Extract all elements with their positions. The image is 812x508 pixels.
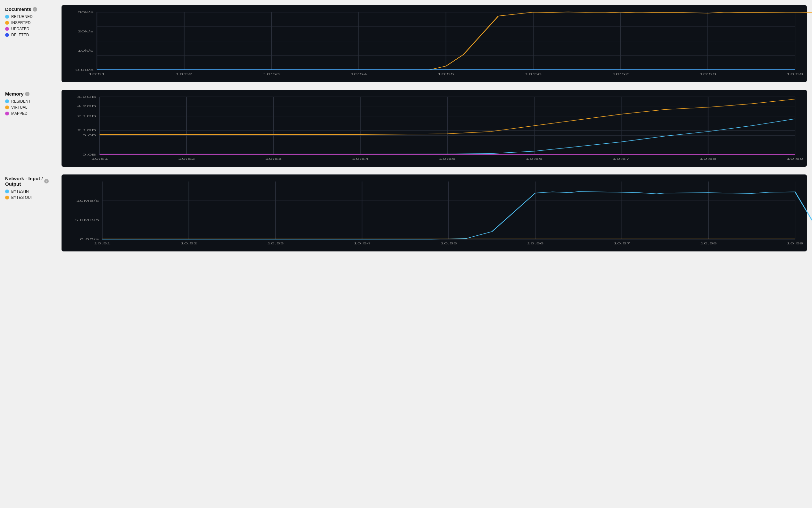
svg-text:10:53: 10:53: [263, 72, 280, 76]
dashboard: DocumentsiRETURNEDINSERTEDUPDATEDDELETED…: [5, 5, 807, 251]
svg-text:10:57: 10:57: [613, 157, 629, 160]
legend-label: RESIDENT: [11, 99, 31, 103]
svg-text:10:57: 10:57: [612, 72, 629, 76]
chart-inner: 30k/s20k/s10k/s0.00/s10:5110:5210:5310:5…: [65, 9, 802, 79]
section-memory: MemoryiRESIDENTVIRTUALMAPPED4.2GB2.1GB0.…: [5, 90, 807, 167]
svg-text:10:59: 10:59: [787, 72, 803, 76]
info-icon[interactable]: i: [44, 179, 49, 183]
svg-text:10:58: 10:58: [700, 72, 716, 76]
svg-text:10:56: 10:56: [525, 72, 541, 76]
svg-text:10:59: 10:59: [787, 242, 803, 245]
chart-svg: 4.2GB2.1GB0.0B4.2GB2.1GB0.0B10:5110:5210…: [65, 94, 802, 164]
legend-label: BYTES OUT: [11, 195, 33, 200]
chart-svg: 10MB/s5.0MB/s0.0B/s10:5110:5210:5310:541…: [65, 178, 802, 248]
svg-text:2.1GB: 2.1GB: [77, 128, 96, 132]
svg-text:10:51: 10:51: [88, 72, 105, 76]
svg-text:10:51: 10:51: [94, 242, 110, 245]
chart-svg: 30k/s20k/s10k/s0.00/s10:5110:5210:5310:5…: [65, 9, 802, 79]
info-icon[interactable]: i: [25, 92, 30, 96]
legend-dot: [5, 189, 9, 194]
chart-inner: 10MB/s5.0MB/s0.0B/s10:5110:5210:5310:541…: [65, 178, 802, 248]
chart-network: 10MB/s5.0MB/s0.0B/s10:5110:5210:5310:541…: [61, 174, 807, 251]
svg-text:10:55: 10:55: [440, 242, 457, 245]
legend-label: RETURNED: [11, 14, 33, 19]
legend-label: INSERTED: [11, 20, 31, 25]
svg-text:0.00/s: 0.00/s: [75, 68, 94, 72]
svg-text:10:58: 10:58: [700, 242, 717, 245]
section-documents: DocumentsiRETURNEDINSERTEDUPDATEDDELETED…: [5, 5, 807, 82]
legend-memory: MemoryiRESIDENTVIRTUALMAPPED: [5, 90, 56, 117]
svg-text:10:54: 10:54: [352, 157, 369, 160]
chart-documents: 30k/s20k/s10k/s0.00/s10:5110:5210:5310:5…: [61, 5, 807, 82]
legend-dot: [5, 99, 9, 103]
svg-text:30k/s: 30k/s: [78, 10, 94, 14]
svg-text:10:53: 10:53: [267, 242, 284, 245]
legend-label: VIRTUAL: [11, 105, 27, 110]
svg-text:10:56: 10:56: [527, 242, 543, 245]
legend-dot: [5, 105, 9, 110]
legend-item-bytes-in: BYTES IN: [5, 189, 56, 194]
svg-text:4.2GB: 4.2GB: [77, 95, 96, 98]
svg-text:0.0B: 0.0B: [82, 133, 96, 137]
chart-inner: 4.2GB2.1GB0.0B4.2GB2.1GB0.0B10:5110:5210…: [65, 94, 802, 164]
legend-dot: [5, 33, 9, 37]
chart-memory: 4.2GB2.1GB0.0B4.2GB2.1GB0.0B10:5110:5210…: [61, 90, 807, 167]
svg-text:10k/s: 10k/s: [78, 49, 94, 52]
svg-text:2.1GB: 2.1GB: [77, 114, 96, 118]
legend-item-deleted: DELETED: [5, 33, 56, 37]
svg-text:4.2GB: 4.2GB: [77, 104, 96, 108]
legend-item-mapped: MAPPED: [5, 111, 56, 116]
legend-dot: [5, 196, 9, 200]
svg-text:10:54: 10:54: [350, 72, 367, 76]
legend-item-returned: RETURNED: [5, 14, 56, 19]
section-network: Network - Input / OutputiBYTES INBYTES O…: [5, 174, 807, 251]
svg-text:10:51: 10:51: [91, 157, 108, 160]
legend-documents: DocumentsiRETURNEDINSERTEDUPDATEDDELETED: [5, 5, 56, 39]
legend-item-resident: RESIDENT: [5, 99, 56, 103]
section-title-memory: Memoryi: [5, 91, 56, 96]
svg-text:10:59: 10:59: [787, 157, 803, 160]
svg-text:10:56: 10:56: [526, 157, 542, 160]
svg-text:10:58: 10:58: [700, 157, 717, 160]
legend-label: MAPPED: [11, 111, 28, 116]
legend-item-virtual: VIRTUAL: [5, 105, 56, 110]
legend-dot: [5, 15, 9, 18]
section-title-documents: Documentsi: [5, 6, 56, 12]
svg-text:10:55: 10:55: [438, 72, 455, 76]
svg-text:20k/s: 20k/s: [78, 30, 94, 33]
legend-item-bytes-out: BYTES OUT: [5, 195, 56, 200]
legend-dot: [5, 27, 9, 31]
legend-dot: [5, 112, 9, 116]
svg-text:10:53: 10:53: [265, 157, 282, 160]
svg-text:10:55: 10:55: [439, 157, 456, 160]
legend-item-updated: UPDATED: [5, 27, 56, 31]
svg-text:10:54: 10:54: [354, 242, 371, 245]
svg-text:10MB/s: 10MB/s: [76, 199, 99, 202]
info-icon[interactable]: i: [33, 7, 37, 11]
svg-text:10:52: 10:52: [178, 157, 195, 160]
section-title-network: Network - Input / Outputi: [5, 176, 56, 187]
svg-text:10:57: 10:57: [613, 242, 630, 245]
svg-text:0.0B: 0.0B: [82, 153, 96, 156]
legend-label: BYTES IN: [11, 189, 29, 194]
svg-text:10:52: 10:52: [180, 242, 197, 245]
legend-item-inserted: INSERTED: [5, 20, 56, 25]
legend-dot: [5, 21, 9, 25]
legend-label: DELETED: [11, 33, 29, 37]
svg-text:5.0MB/s: 5.0MB/s: [74, 218, 99, 222]
legend-label: UPDATED: [11, 27, 29, 31]
svg-text:0.0B/s: 0.0B/s: [80, 237, 99, 241]
svg-text:10:52: 10:52: [176, 72, 193, 76]
legend-network: Network - Input / OutputiBYTES INBYTES O…: [5, 174, 56, 201]
